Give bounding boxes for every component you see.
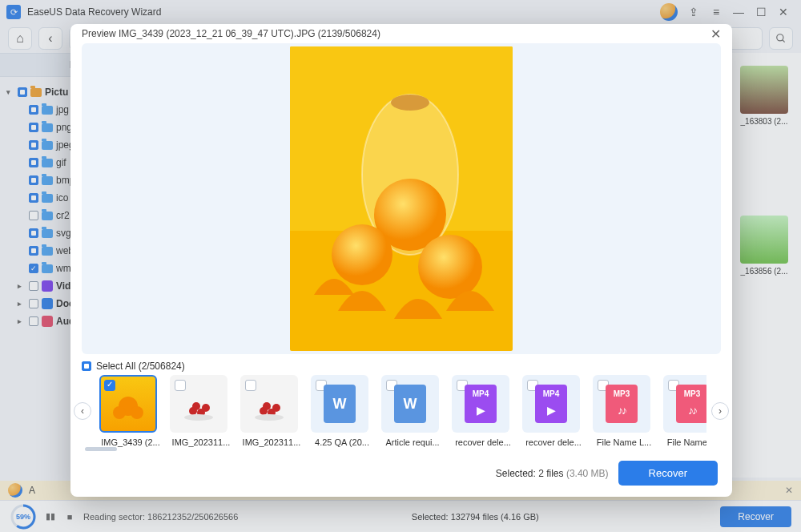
svg-point-13 [131, 406, 143, 419]
modal-close-button[interactable]: ✕ [710, 26, 721, 42]
thumb-file [663, 375, 706, 433]
thumb-file [452, 375, 509, 433]
thumb-file [311, 375, 368, 433]
svg-point-16 [202, 404, 210, 412]
thumb-checkbox[interactable] [175, 380, 186, 391]
svg-point-12 [113, 406, 126, 419]
carousel-item-label: File Name L... [663, 437, 706, 447]
recover-button[interactable]: Recover [618, 461, 718, 486]
carousel-item-label: IMG_202311... [240, 437, 303, 447]
carousel-item[interactable]: IMG_3439 (2... [99, 375, 162, 447]
modal-header: Preview IMG_3439 (2023_12_21 06_39_47 UT… [70, 24, 732, 43]
svg-point-10 [418, 235, 482, 299]
preview-area [82, 43, 721, 354]
carousel-item-label: recover dele... [452, 437, 514, 447]
carousel-item-label: IMG_202311... [170, 437, 232, 447]
modal-title: Preview IMG_3439 (2023_12_21 06_39_47 UT… [82, 28, 380, 39]
svg-point-18 [184, 414, 213, 421]
thumb-checkbox[interactable] [104, 380, 115, 391]
preview-modal: Preview IMG_3439 (2023_12_21 06_39_47 UT… [70, 24, 732, 497]
carousel-item-label: 4.25 QA (20... [311, 437, 373, 447]
mp4-icon [465, 385, 497, 423]
modal-selected-text: Selected: 2 files (3.40 MB) [496, 468, 609, 479]
doc-w-icon [394, 385, 426, 423]
carousel-item[interactable]: recover dele... [522, 375, 585, 447]
carousel-item[interactable]: Article requi... [381, 375, 444, 447]
svg-point-23 [255, 414, 284, 421]
mp4-icon [535, 385, 567, 423]
thumb-file [381, 375, 439, 433]
svg-point-7 [391, 95, 429, 111]
carousel-item[interactable]: File Name L... [593, 375, 655, 447]
carousel-item-label: Article requi... [381, 437, 444, 447]
thumb-cherries [240, 375, 298, 433]
carousel-item[interactable]: recover dele... [452, 375, 514, 447]
thumb-file [522, 375, 580, 433]
carousel-item-label: recover dele... [522, 437, 585, 447]
select-all-checkbox[interactable] [82, 361, 91, 371]
carousel-item[interactable]: IMG_202311... [240, 375, 303, 447]
svg-point-22 [263, 402, 271, 410]
svg-point-17 [192, 402, 200, 410]
carousel-item[interactable]: File Name L... [663, 375, 706, 447]
carousel-next-button[interactable]: › [711, 402, 729, 420]
svg-point-9 [332, 224, 392, 285]
thumb-oranges [99, 375, 157, 433]
carousel-item[interactable]: 4.25 QA (20... [311, 375, 373, 447]
select-all-row[interactable]: Select All (2/506824) [70, 354, 732, 375]
select-all-label: Select All (2/506824) [96, 361, 185, 372]
doc-w-icon [324, 385, 356, 423]
carousel-prev-button[interactable]: ‹ [74, 402, 91, 420]
modal-footer: Selected: 2 files (3.40 MB) Recover [70, 451, 732, 497]
thumb-checkbox[interactable] [245, 380, 256, 391]
thumb-file [593, 375, 650, 433]
thumbnail-carousel: ‹ IMG_3439 (2...IMG_202311...IMG_202311.… [70, 375, 732, 447]
svg-point-21 [272, 404, 280, 412]
carousel-item-label: IMG_3439 (2... [99, 437, 162, 447]
mp3-icon [606, 385, 638, 423]
carousel-item[interactable]: IMG_202311... [170, 375, 232, 447]
thumb-cherries [170, 375, 227, 433]
carousel-item-label: File Name L... [593, 437, 655, 447]
mp3-icon [676, 385, 706, 423]
preview-image [290, 46, 513, 351]
